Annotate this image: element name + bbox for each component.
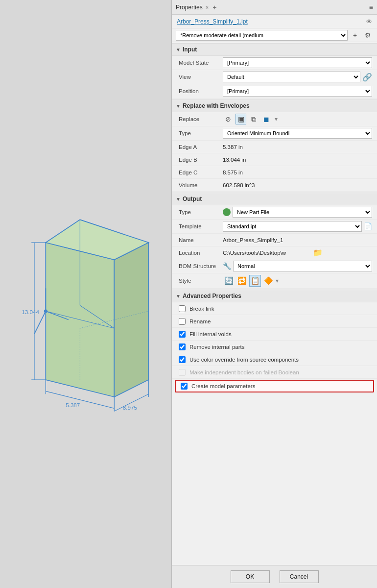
model-state-label: Model State [179, 60, 223, 66]
replace-dropdown-arrow[interactable]: ▾ [275, 116, 278, 122]
file-name-link[interactable]: Arbor_Press_Simplify_1.ipt [177, 18, 248, 25]
config-bar: *Remove moderate detail (medium + ⚙ [172, 28, 377, 42]
close-tab-button[interactable]: × [206, 4, 209, 10]
style-label: Style [179, 278, 223, 284]
volume-row: Volume 602.598 in^3 [172, 179, 377, 192]
replace-box-button[interactable]: ▣ [236, 114, 246, 124]
remove-internal-checkbox[interactable] [179, 343, 186, 350]
view-select[interactable]: Default [223, 72, 360, 82]
type-envelope-label: Type [179, 130, 223, 136]
location-label: Location [179, 250, 223, 256]
name-row: Name Arbor_Press_Simplify_1 [172, 234, 377, 246]
edge-c-row: Edge C 8.575 in [172, 166, 377, 179]
bom-icon: 🔧 [223, 262, 231, 270]
break-link-checkbox[interactable] [179, 305, 186, 312]
output-section-label: Output [183, 196, 202, 202]
viewport: 13.044 5.387 8.975 [0, 0, 171, 588]
style-icon-2[interactable]: 🔁 [236, 275, 248, 287]
output-section-header[interactable]: ▼ Output [172, 193, 377, 205]
input-section-header[interactable]: ▼ Input [172, 43, 377, 56]
replace-section-header[interactable]: ▼ Replace with Envelopes [172, 99, 377, 112]
style-icon-4[interactable]: 🔶 [262, 275, 274, 287]
style-row: Style 🔄 🔁 📋 🔶 ▾ [172, 273, 377, 289]
style-dropdown-arrow[interactable]: ▾ [276, 277, 279, 284]
style-icon-1[interactable]: 🔄 [223, 275, 235, 287]
model-state-row: Model State [Primary] [172, 56, 377, 70]
title-bar: Properties × + ≡ [172, 0, 377, 15]
output-type-row: Type New Part File [172, 205, 377, 220]
replace-solid-button[interactable]: ◼ [261, 114, 272, 124]
edge-b-label: Edge B [179, 157, 223, 163]
file-bar: Arbor_Press_Simplify_1.ipt 👁 [172, 15, 377, 28]
advanced-section-label: Advanced Properties [183, 293, 241, 299]
create-model-params-checkbox[interactable] [181, 383, 188, 390]
bom-structure-row: BOM Structure 🔧 Normal [172, 259, 377, 273]
svg-text:5.387: 5.387 [66, 402, 80, 408]
name-value: Arbor_Press_Simplify_1 [223, 237, 372, 243]
color-override-label: Use color override from source component… [189, 357, 299, 363]
replace-row: Replace ⊘ ▣ ⧉ ◼ ▾ [172, 112, 377, 126]
properties-panel: Properties × + ≡ Arbor_Press_Simplify_1.… [171, 0, 377, 588]
color-override-row: Use color override from source component… [172, 353, 377, 366]
bom-structure-select[interactable]: Normal [233, 261, 372, 271]
input-section-arrow: ▼ [176, 47, 181, 52]
fill-internal-label: Fill internal voids [189, 331, 232, 337]
style-icons: 🔄 🔁 📋 🔶 ▾ [223, 275, 372, 287]
name-label: Name [179, 237, 223, 243]
config-add-button[interactable]: + [350, 30, 360, 41]
link-icon[interactable]: 🔗 [362, 73, 372, 82]
new-part-icon [223, 208, 231, 216]
replace-section-label: Replace with Envelopes [183, 102, 250, 109]
template-label: Template [179, 223, 223, 229]
visibility-icon[interactable]: 👁 [366, 18, 372, 25]
volume-value: 602.598 in^3 [223, 182, 372, 188]
view-row: View Default 🔗 [172, 70, 377, 84]
output-section-arrow: ▼ [176, 196, 181, 202]
output-type-select[interactable]: New Part File [233, 207, 372, 218]
input-section-label: Input [183, 46, 197, 53]
model-state-select[interactable]: [Primary] [223, 57, 372, 68]
style-icon-3[interactable]: 📋 [249, 275, 261, 287]
independent-bodies-label: Make independent bodies on failed Boolea… [189, 369, 299, 375]
advanced-properties-content: Break link Rename Fill internal voids Re… [172, 302, 377, 392]
view-label: View [179, 74, 223, 80]
independent-bodies-checkbox[interactable] [179, 369, 186, 376]
type-envelope-select[interactable]: Oriented Minimum Boundi [223, 128, 372, 139]
cancel-button[interactable]: Cancel [280, 570, 319, 583]
type-envelope-row: Type Oriented Minimum Boundi [172, 126, 377, 141]
replace-none-button[interactable]: ⊘ [223, 114, 234, 124]
3d-model: 13.044 5.387 8.975 [17, 172, 154, 416]
fill-internal-checkbox[interactable] [179, 331, 186, 338]
advanced-section-arrow: ▼ [176, 294, 181, 299]
replace-copy-button[interactable]: ⧉ [248, 114, 259, 124]
edge-a-label: Edge A [179, 144, 223, 150]
panel-menu-button[interactable]: ≡ [369, 3, 373, 11]
template-doc-icon[interactable]: 📄 [364, 222, 372, 230]
config-dropdown[interactable]: *Remove moderate detail (medium [176, 30, 348, 41]
break-link-label: Break link [189, 306, 214, 312]
template-row: Template Standard.ipt 📄 [172, 220, 377, 234]
volume-label: Volume [179, 182, 223, 188]
svg-text:8.975: 8.975 [123, 404, 137, 411]
location-row: Location C:\Users\tools\Desktop\w 📁 [172, 246, 377, 259]
edge-b-value: 13.044 in [223, 157, 372, 163]
folder-icon[interactable]: 📁 [313, 248, 323, 257]
create-model-params-label: Create model parameters [191, 383, 255, 389]
rename-label: Rename [189, 318, 211, 324]
svg-marker-1 [114, 243, 148, 397]
edge-c-value: 8.575 in [223, 170, 372, 175]
independent-bodies-row: Make independent bodies on failed Boolea… [172, 366, 377, 379]
position-select[interactable]: [Primary] [223, 86, 372, 97]
position-label: Position [179, 88, 223, 94]
rename-checkbox[interactable] [179, 318, 186, 325]
advanced-section-header[interactable]: ▼ Advanced Properties [172, 290, 377, 302]
config-gear-button[interactable]: ⚙ [362, 30, 373, 41]
replace-label: Replace [179, 116, 223, 122]
ok-button[interactable]: OK [231, 570, 270, 583]
bom-structure-label: BOM Structure [179, 263, 223, 269]
fill-internal-row: Fill internal voids [172, 328, 377, 341]
template-select[interactable]: Standard.ipt [223, 221, 362, 232]
color-override-checkbox[interactable] [179, 356, 186, 363]
remove-internal-label: Remove internal parts [189, 344, 245, 350]
add-tab-button[interactable]: + [212, 3, 216, 11]
